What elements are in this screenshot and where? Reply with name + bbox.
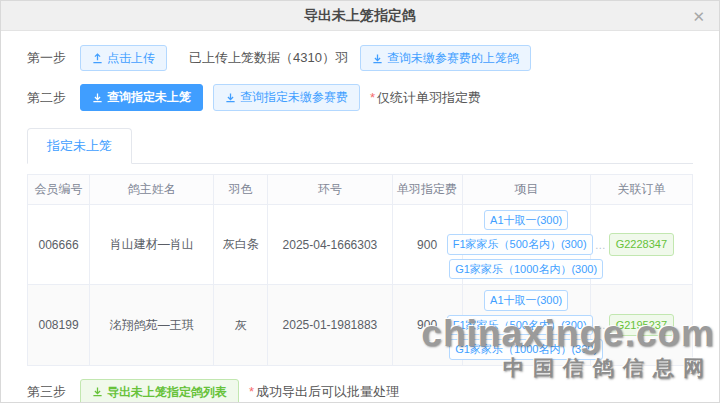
dialog-title: 导出未上笼指定鸽 [304,7,416,25]
step1-label: 第一步 [27,49,66,67]
tab-designated-uncaged[interactable]: 指定未上笼 [27,128,132,164]
column-header-owner-name: 鸽主姓名 [90,174,214,204]
step3-row: 第三步 导出未上笼指定鸽列表 *成功导出后可以批量处理 [27,379,693,403]
uncaged-pigeon-table: 会员编号 鸽主姓名 羽色 环号 单羽指定费 项目 关联订单 006666 肖山建… [27,174,693,366]
step3-note: *成功导出后可以批量处理 [249,383,399,401]
export-list-label: 导出未上笼指定鸽列表 [107,385,227,399]
query-unpaid-designated-button[interactable]: 查询指定未缴参赛费 [213,84,360,110]
project-tag: G1家家乐（1000名内）(300) [449,339,603,360]
query-uncaged-label: 查询指定未上笼 [107,90,191,104]
member-id-cell: 006666 [28,204,90,285]
query-unpaid-designated-label: 查询指定未缴参赛费 [240,90,348,104]
feather-color-cell: 灰 [214,285,268,366]
table-header-row: 会员编号 鸽主姓名 羽色 环号 单羽指定费 项目 关联订单 [28,174,693,204]
column-header-fee: 单羽指定费 [392,174,462,204]
query-unpaid-caged-label: 查询未缴参赛费的上笼鸽 [387,51,519,65]
export-list-button[interactable]: 导出未上笼指定鸽列表 [80,379,239,403]
overflow-ellipsis: … [595,239,606,251]
owner-name-cell: 肖山建材—肖山 [90,204,214,285]
step2-note-text: 仅统计单羽指定费 [377,90,481,105]
project-tag: F1家家乐（500名内）(300) [447,315,593,336]
column-header-feather-color: 羽色 [214,174,268,204]
download-icon [92,386,103,397]
project-tag: A1十取一(300) [484,210,568,231]
dialog-body: 第一步 点击上传 已上传上笼数据（4310）羽 查询未缴参赛费的上笼鸽 第二步 [1,31,719,403]
table-row: 008199 洺翔鸽苑—王琪 灰 2025-01-1981883 900 A1十… [28,285,693,366]
step2-label: 第二步 [27,89,66,107]
project-tag: A1十取一(300) [484,290,568,311]
required-asterisk: * [249,384,254,399]
dialog-header: 导出未上笼指定鸽 ✕ [1,1,719,31]
ring-number-cell: 2025-01-1981883 [268,285,392,366]
order-tag[interactable]: G2195237 [609,314,674,337]
step2-row: 第二步 查询指定未上笼 查询指定未缴参赛费 *仅统计单羽指定费 [27,84,693,110]
overflow-ellipsis: … [595,319,606,331]
column-header-ring-number: 环号 [268,174,392,204]
order-tag[interactable]: G2228347 [609,233,674,256]
ring-number-cell: 2025-04-1666303 [268,204,392,285]
close-icon[interactable]: ✕ [692,8,705,23]
step2-note: *仅统计单羽指定费 [370,89,481,107]
query-uncaged-button[interactable]: 查询指定未上笼 [80,84,203,110]
step3-label: 第三步 [27,383,66,401]
download-icon [92,92,103,103]
column-header-projects: 项目 [462,174,590,204]
table-row: 006666 肖山建材—肖山 灰白条 2025-04-1666303 900 A… [28,204,693,285]
column-header-related-order: 关联订单 [590,174,692,204]
upload-icon [92,53,103,64]
upload-button-label: 点击上传 [107,51,155,65]
member-id-cell: 008199 [28,285,90,366]
tab-bar: 指定未上笼 [27,127,693,164]
step1-row: 第一步 点击上传 已上传上笼数据（4310）羽 查询未缴参赛费的上笼鸽 [27,45,693,71]
download-icon [372,53,383,64]
download-icon [225,92,236,103]
column-header-member-id: 会员编号 [28,174,90,204]
uploaded-count-text: 已上传上笼数据（4310）羽 [189,49,348,67]
upload-button[interactable]: 点击上传 [80,45,167,71]
projects-cell: A1十取一(300) F1家家乐（500名内）(300)… G1家家乐（1000… [462,285,590,366]
query-unpaid-caged-button[interactable]: 查询未缴参赛费的上笼鸽 [360,45,531,71]
required-asterisk: * [370,90,375,105]
project-tag: F1家家乐（500名内）(300) [447,234,593,255]
owner-name-cell: 洺翔鸽苑—王琪 [90,285,214,366]
step3-note-text: 成功导出后可以批量处理 [256,384,399,399]
feather-color-cell: 灰白条 [214,204,268,285]
project-tag: G1家家乐（1000名内）(300) [449,259,603,280]
projects-cell: A1十取一(300) F1家家乐（500名内）(300)… G1家家乐（1000… [462,204,590,285]
